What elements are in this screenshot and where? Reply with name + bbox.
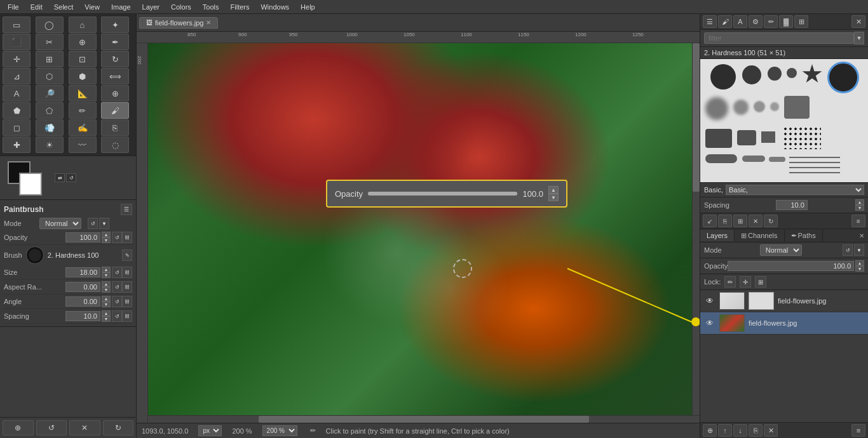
menu-edit[interactable]: Edit (25, 2, 48, 12)
tool-select-by-color[interactable]: ⬛ (3, 34, 31, 50)
tool-airbrush[interactable]: 💨 (36, 119, 64, 136)
background-color[interactable] (19, 173, 42, 196)
st-refresh-btn[interactable]: ↻ (764, 215, 778, 227)
angle-down[interactable]: ▼ (102, 302, 111, 307)
tool-rotate[interactable]: ↻ (101, 51, 129, 67)
tool-scissors-select[interactable]: ✂ (36, 34, 64, 50)
tab-close-btn[interactable]: ✕ (206, 19, 211, 26)
st-restore-btn[interactable]: ↙ (703, 215, 717, 227)
lb-new-channel-btn[interactable]: ⊕ (703, 424, 717, 437)
tool-zoom[interactable]: ⊕ (101, 85, 129, 102)
menu-image[interactable]: Image (106, 2, 136, 12)
mode-more-icon[interactable]: ▼ (99, 218, 109, 229)
st-copy-btn[interactable]: ⊞ (733, 215, 747, 227)
brush-edit-icon[interactable]: ✎ (122, 249, 132, 261)
layers-opacity-input[interactable] (728, 261, 854, 271)
mode-select[interactable]: Normal (39, 218, 81, 229)
tool-bucket-fill[interactable]: ⬟ (3, 102, 31, 119)
vertical-scrollbar[interactable] (692, 43, 700, 415)
tool-text[interactable]: A (3, 85, 31, 102)
tool-fuzzy-select[interactable]: ✦ (101, 17, 129, 33)
refresh-btn[interactable]: ↻ (103, 420, 134, 435)
horizontal-scrollbar[interactable] (148, 415, 700, 423)
reset-colors-icon[interactable]: ↺ (66, 173, 76, 182)
size-link-icon[interactable]: ⛓ (122, 267, 132, 278)
tool-align[interactable]: ⊞ (36, 51, 64, 67)
color-swatches[interactable] (8, 161, 48, 194)
mode-reset-icon[interactable]: ↺ (88, 218, 98, 229)
tool-options-menu-icon[interactable]: ☰ (121, 204, 132, 215)
tool-color-picker[interactable]: 🔎 (36, 85, 64, 102)
filter-dropdown-btn[interactable]: ▼ (854, 32, 864, 44)
tool-scale[interactable]: ⊿ (3, 68, 31, 84)
tool-ink[interactable]: ✍ (69, 119, 97, 136)
size-up[interactable]: ▲ (102, 267, 111, 272)
rp-spacing-up[interactable]: ▲ (855, 199, 864, 205)
angle-link-icon[interactable]: ⛓ (122, 296, 132, 307)
menu-colors[interactable]: Colors (166, 2, 196, 12)
lock-position-btn[interactable]: ✛ (740, 276, 751, 288)
menu-windows[interactable]: Windows (255, 2, 294, 12)
tool-free-select[interactable]: ⌂ (69, 17, 97, 33)
menu-select[interactable]: Select (49, 2, 79, 12)
tool-rect-select[interactable]: ▭ (3, 17, 31, 33)
rp-brush-icon[interactable]: 🖌 (718, 15, 732, 28)
spacing-up[interactable]: ▲ (102, 310, 111, 316)
zoom-select[interactable]: 200 % (262, 425, 297, 436)
layers-opacity-up[interactable]: ▲ (855, 260, 864, 266)
opacity-link-icon[interactable]: ⛓ (122, 232, 132, 243)
canvas-tab[interactable]: 🖼 field-flowers.jpg ✕ (139, 17, 218, 29)
lock-pixels-btn[interactable]: ✏ (724, 276, 736, 288)
rp-pattern-icon[interactable]: ⊞ (794, 15, 808, 28)
layers-mode-more[interactable]: ▼ (854, 244, 864, 256)
lock-all-btn[interactable]: ⊞ (755, 276, 766, 288)
aspect-up[interactable]: ▲ (102, 281, 111, 287)
popup-down-arrow[interactable]: ▼ (548, 194, 559, 201)
tool-blend[interactable]: ⬠ (36, 102, 64, 119)
canvas-viewport[interactable]: Opacity 100.0 ▲ ▼ (148, 43, 700, 423)
filter-input[interactable] (704, 32, 854, 44)
tool-convolve[interactable]: ◌ (101, 136, 129, 153)
rp-gradient-icon[interactable]: ▓ (779, 15, 793, 28)
rp-layer-icon[interactable]: ☰ (703, 15, 717, 28)
layers-opacity-down[interactable]: ▼ (855, 266, 864, 272)
menu-tools[interactable]: Tools (198, 2, 224, 12)
spacing-down[interactable]: ▼ (102, 316, 111, 322)
lb-raise-btn[interactable]: ↑ (718, 424, 732, 437)
tool-flip[interactable]: ⟺ (101, 68, 129, 84)
tool-ellipse-select[interactable]: ◯ (36, 17, 64, 33)
st-duplicate-btn[interactable]: ⎘ (718, 215, 732, 227)
lb-delete-btn[interactable]: ✕ (764, 424, 778, 437)
size-input[interactable] (65, 267, 100, 277)
lb-panel-menu-btn[interactable]: ≡ (851, 424, 865, 437)
delete-layer-btn[interactable]: ✕ (69, 420, 100, 435)
tool-smudge[interactable]: 〰 (69, 136, 97, 153)
st-delete-btn[interactable]: ✕ (749, 215, 763, 227)
tool-measure[interactable]: 📐 (69, 85, 97, 102)
angle-input[interactable] (65, 296, 100, 307)
tool-clone[interactable]: ⎘ (101, 119, 129, 136)
opacity-up-arrow[interactable]: ▲ (102, 232, 111, 237)
tab-layers[interactable]: Layers (700, 230, 735, 241)
brush-preview-icon[interactable] (26, 246, 44, 264)
menu-help[interactable]: Help (295, 2, 320, 12)
menu-view[interactable]: View (79, 2, 105, 12)
spacing-value-input[interactable] (776, 200, 808, 210)
rp-paint-icon[interactable]: ✏ (764, 15, 778, 28)
tool-paintbrush[interactable]: 🖌 (101, 102, 129, 119)
spacing-input[interactable] (65, 311, 100, 321)
tool-eraser[interactable]: ◻ (3, 119, 31, 136)
menu-filters[interactable]: Filters (226, 2, 255, 12)
tool-paths[interactable]: ✒ (101, 34, 129, 50)
popup-up-arrow[interactable]: ▲ (548, 186, 559, 194)
raise-layer-btn[interactable]: ↺ (36, 420, 67, 435)
lb-lower-btn[interactable]: ↓ (733, 424, 747, 437)
opacity-input[interactable] (65, 232, 100, 242)
layer-item-main[interactable]: 👁 field-flowers.jpg (700, 312, 868, 335)
size-down[interactable]: ▼ (102, 272, 111, 278)
layer-visibility-main[interactable]: 👁 (704, 317, 715, 329)
brush-preset-select[interactable]: Basic, (726, 185, 864, 195)
tool-shear[interactable]: ⬡ (36, 68, 64, 84)
rp-close-icon[interactable]: ✕ (851, 15, 865, 28)
opacity-down-arrow[interactable]: ▼ (102, 237, 111, 243)
